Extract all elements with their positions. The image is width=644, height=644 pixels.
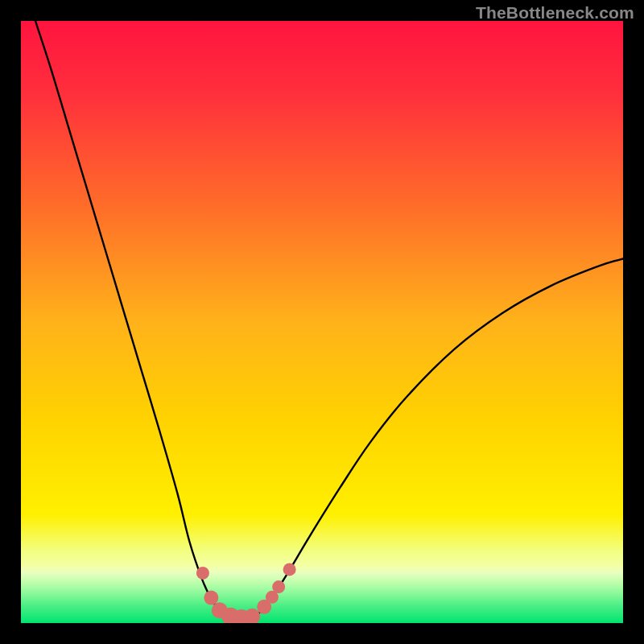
data-marker (272, 580, 285, 593)
data-marker (244, 609, 260, 623)
outer-frame: TheBottleneck.com (0, 0, 644, 644)
bottleneck-curve (21, 21, 623, 623)
watermark-text: TheBottleneck.com (476, 3, 634, 23)
data-marker (196, 567, 209, 580)
curve-path (35, 21, 623, 618)
data-marker (283, 563, 296, 576)
data-marker (204, 591, 218, 605)
plot-area (21, 21, 623, 623)
